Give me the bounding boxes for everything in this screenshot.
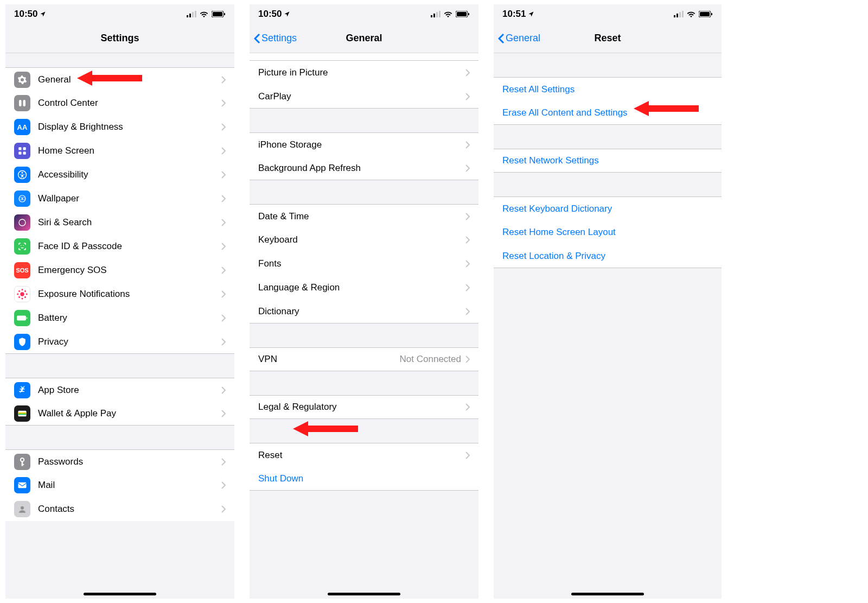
row-passwords[interactable]: Passwords [5, 449, 234, 473]
row-carplay[interactable]: CarPlay [250, 85, 478, 109]
row-date-time[interactable]: Date & Time [250, 204, 478, 228]
cellular-signal-icon [187, 11, 196, 17]
svg-rect-41 [431, 15, 432, 17]
row-mail[interactable]: Mail [5, 473, 234, 497]
svg-rect-38 [18, 483, 27, 488]
row-app-store[interactable]: App Store [5, 378, 234, 402]
svg-point-25 [26, 294, 27, 295]
row-label: Legal & Regulatory [258, 402, 465, 412]
row-general[interactable]: General [5, 67, 234, 91]
back-button[interactable]: General [498, 24, 540, 53]
row-label: Privacy [38, 337, 221, 347]
row-erase-all-content[interactable]: Erase All Content and Settings [494, 101, 722, 125]
svg-rect-50 [676, 14, 678, 17]
row-language-region[interactable]: Language & Region [250, 276, 478, 300]
row-faceid-passcode[interactable]: Face ID & Passcode [5, 234, 234, 258]
row-label: Reset All Settings [502, 84, 713, 95]
chevron-right-icon [465, 93, 470, 100]
row-reset-keyboard-dictionary[interactable]: Reset Keyboard Dictionary [494, 196, 722, 220]
row-battery[interactable]: Battery [5, 306, 234, 330]
faceid-icon [14, 238, 30, 255]
appstore-icon [14, 382, 30, 398]
svg-rect-46 [457, 12, 467, 16]
svg-rect-54 [700, 12, 710, 16]
chevron-right-icon [221, 266, 226, 274]
row-vpn[interactable]: VPN Not Connected [250, 347, 478, 371]
row-display-brightness[interactable]: AA Display & Brightness [5, 115, 234, 139]
general-list[interactable]: Picture in Picture CarPlay iPhone Storag… [250, 53, 478, 599]
exposure-icon [14, 286, 30, 302]
row-label: Reset [258, 450, 465, 461]
row-wallpaper[interactable]: Wallpaper [5, 187, 234, 211]
row-siri-search[interactable]: Siri & Search [5, 211, 234, 234]
cellular-signal-icon [431, 11, 441, 17]
svg-rect-9 [18, 147, 21, 150]
row-label: Fonts [258, 258, 465, 269]
row-background-app-refresh[interactable]: Background App Refresh [250, 156, 478, 180]
row-accessibility[interactable]: Accessibility [5, 163, 234, 187]
svg-point-16 [22, 198, 23, 200]
row-label: Face ID & Passcode [38, 241, 221, 252]
row-reset[interactable]: Reset [250, 443, 478, 467]
chevron-right-icon [221, 99, 226, 107]
chevron-right-icon [465, 69, 470, 77]
row-label: Reset Keyboard Dictionary [502, 204, 713, 214]
row-shut-down[interactable]: Shut Down [250, 467, 478, 491]
row-label: Battery [38, 313, 221, 323]
screen-settings: 10:50 Settings General [5, 4, 234, 599]
chevron-right-icon [221, 481, 226, 489]
wifi-icon [200, 11, 208, 17]
row-airplay-handoff-partial[interactable] [250, 53, 478, 61]
row-label: Reset Location & Privacy [502, 251, 713, 262]
svg-rect-51 [679, 12, 681, 17]
battery-settings-icon [14, 310, 30, 326]
back-button[interactable]: Settings [254, 24, 297, 53]
row-fonts[interactable]: Fonts [250, 252, 478, 276]
row-emergency-sos[interactable]: SOS Emergency SOS [5, 258, 234, 282]
settings-list[interactable]: General Control Center AA Display & Brig… [5, 53, 234, 599]
row-home-screen[interactable]: Home Screen [5, 139, 234, 163]
battery-icon [456, 11, 470, 17]
wallet-icon [14, 405, 30, 422]
row-dictionary[interactable]: Dictionary [250, 300, 478, 323]
back-label: General [506, 33, 540, 44]
row-keyboard[interactable]: Keyboard [250, 228, 478, 252]
row-reset-all-settings[interactable]: Reset All Settings [494, 77, 722, 101]
row-reset-location-privacy[interactable]: Reset Location & Privacy [494, 244, 722, 268]
row-reset-network-settings[interactable]: Reset Network Settings [494, 149, 722, 173]
row-label: VPN [258, 354, 400, 365]
chevron-right-icon [221, 505, 226, 513]
row-picture-in-picture[interactable]: Picture in Picture [250, 61, 478, 85]
home-indicator[interactable] [571, 593, 644, 595]
svg-point-23 [22, 298, 23, 299]
row-legal-regulatory[interactable]: Legal & Regulatory [250, 395, 478, 419]
row-exposure-notifications[interactable]: Exposure Notifications [5, 282, 234, 306]
home-indicator[interactable] [84, 593, 156, 595]
row-label: Home Screen [38, 145, 221, 156]
status-time: 10:51 [502, 9, 526, 20]
svg-rect-44 [439, 11, 441, 17]
gear-icon [14, 72, 30, 88]
nav-bar: Settings General [250, 24, 478, 53]
home-indicator[interactable] [328, 593, 400, 595]
chevron-right-icon [465, 452, 470, 459]
row-reset-home-screen-layout[interactable]: Reset Home Screen Layout [494, 220, 722, 244]
row-label: Contacts [38, 504, 221, 515]
row-detail: Not Connected [400, 354, 461, 365]
row-label: App Store [38, 385, 221, 396]
row-contacts[interactable]: Contacts [5, 497, 234, 521]
svg-rect-37 [22, 464, 24, 465]
chevron-right-icon [221, 76, 226, 84]
chevron-right-icon [221, 314, 226, 322]
row-privacy[interactable]: Privacy [5, 330, 234, 354]
sliders-icon [14, 95, 30, 111]
chevron-right-icon [465, 308, 470, 315]
row-wallet-apple-pay[interactable]: Wallet & Apple Pay [5, 402, 234, 426]
row-control-center[interactable]: Control Center [5, 91, 234, 115]
back-label: Settings [261, 33, 297, 44]
wifi-icon [444, 11, 452, 17]
svg-point-27 [25, 291, 26, 292]
reset-list[interactable]: Reset All Settings Erase All Content and… [494, 53, 722, 599]
chevron-right-icon [221, 123, 226, 131]
row-iphone-storage[interactable]: iPhone Storage [250, 132, 478, 156]
